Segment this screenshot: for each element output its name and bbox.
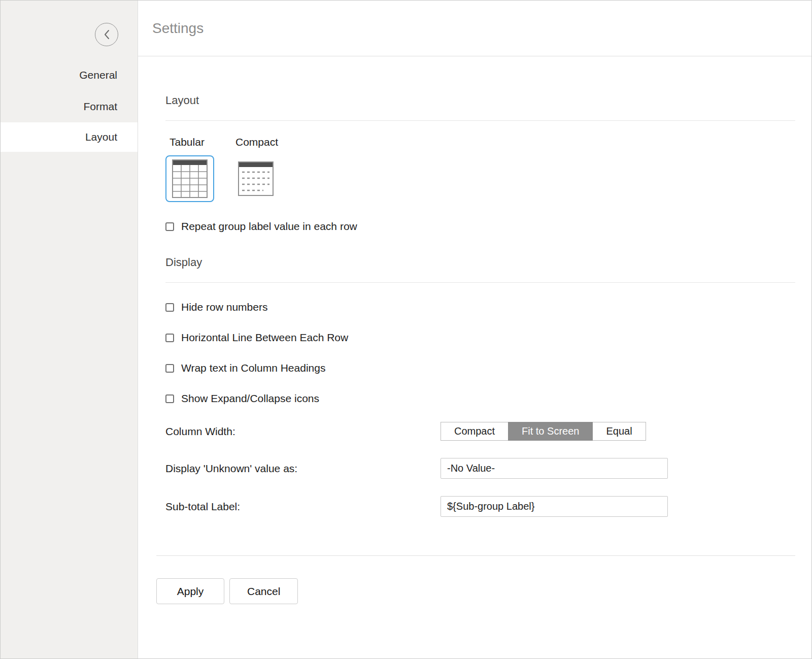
- expand-collapse-checkbox-row[interactable]: Show Expand/Collapse icons: [165, 392, 319, 405]
- horizontal-line-text: Horizontal Line Between Each Row: [181, 332, 348, 344]
- page-title: Settings: [152, 20, 204, 37]
- sidebar-item-general[interactable]: General: [1, 59, 138, 91]
- layout-section-title: Layout: [165, 94, 795, 121]
- header: Settings: [138, 1, 811, 56]
- repeat-group-label-text: Repeat group label value in each row: [181, 220, 357, 233]
- cancel-button[interactable]: Cancel: [229, 578, 298, 604]
- unknown-value-label: Display 'Unknown' value as:: [165, 463, 441, 475]
- repeat-group-label-checkbox[interactable]: [165, 222, 174, 231]
- tabular-table-icon: [172, 159, 208, 198]
- tabular-option-label: Tabular: [170, 136, 214, 148]
- wrap-text-text: Wrap text in Column Headings: [181, 362, 325, 374]
- compact-option-label: Compact: [235, 136, 280, 148]
- compact-option-button[interactable]: [231, 155, 280, 202]
- column-width-equal-button[interactable]: Equal: [592, 422, 646, 441]
- column-width-fit-to-screen-button[interactable]: Fit to Screen: [508, 422, 593, 441]
- hide-row-numbers-text: Hide row numbers: [181, 301, 267, 313]
- footer-divider: [156, 555, 795, 556]
- sidebar-item-format[interactable]: Format: [1, 91, 138, 122]
- column-width-row: Column Width: Compact Fit to Screen Equa…: [165, 422, 795, 441]
- unknown-value-input[interactable]: [441, 458, 668, 479]
- unknown-value-row: Display 'Unknown' value as:: [165, 458, 795, 479]
- horizontal-line-checkbox[interactable]: [165, 334, 174, 342]
- layout-section: Layout Tabular: [165, 94, 795, 233]
- expand-collapse-checkbox[interactable]: [165, 394, 174, 403]
- wrap-text-checkbox[interactable]: [165, 364, 174, 373]
- sidebar-nav: General Format Layout: [1, 59, 138, 152]
- subtotal-label-input[interactable]: [441, 496, 668, 517]
- subtotal-label-row: Sub-total Label:: [165, 496, 795, 517]
- apply-button[interactable]: Apply: [156, 578, 224, 604]
- footer-buttons: Apply Cancel: [156, 578, 795, 604]
- chevron-left-icon: [104, 29, 110, 40]
- repeat-group-label-checkbox-row[interactable]: Repeat group label value in each row: [165, 220, 357, 233]
- hide-row-numbers-checkbox[interactable]: [165, 303, 174, 312]
- back-button[interactable]: [95, 23, 118, 46]
- sidebar-item-layout[interactable]: Layout: [1, 122, 138, 152]
- display-section: Display Hide row numbers Horizontal Line…: [165, 256, 795, 517]
- hide-row-numbers-checkbox-row[interactable]: Hide row numbers: [165, 301, 267, 313]
- column-width-label: Column Width:: [165, 425, 441, 438]
- expand-collapse-text: Show Expand/Collapse icons: [181, 392, 319, 405]
- column-width-segmented-control: Compact Fit to Screen Equal: [441, 422, 646, 441]
- subtotal-label-label: Sub-total Label:: [165, 501, 441, 513]
- horizontal-line-checkbox-row[interactable]: Horizontal Line Between Each Row: [165, 332, 348, 344]
- column-width-compact-button[interactable]: Compact: [441, 422, 509, 441]
- display-section-title: Display: [165, 256, 795, 283]
- layout-option-tabular: Tabular: [165, 136, 214, 202]
- main-panel: Settings Layout Tabular: [138, 1, 811, 658]
- settings-content: Layout Tabular: [138, 56, 811, 604]
- tabular-option-button[interactable]: [165, 155, 214, 202]
- settings-panel: General Format Layout Settings Layout Ta…: [0, 0, 812, 659]
- layout-option-compact: Compact: [231, 136, 280, 202]
- sidebar: General Format Layout: [1, 1, 138, 658]
- compact-table-icon: [238, 161, 274, 196]
- wrap-text-checkbox-row[interactable]: Wrap text in Column Headings: [165, 362, 325, 374]
- layout-type-options: Tabular: [165, 136, 795, 202]
